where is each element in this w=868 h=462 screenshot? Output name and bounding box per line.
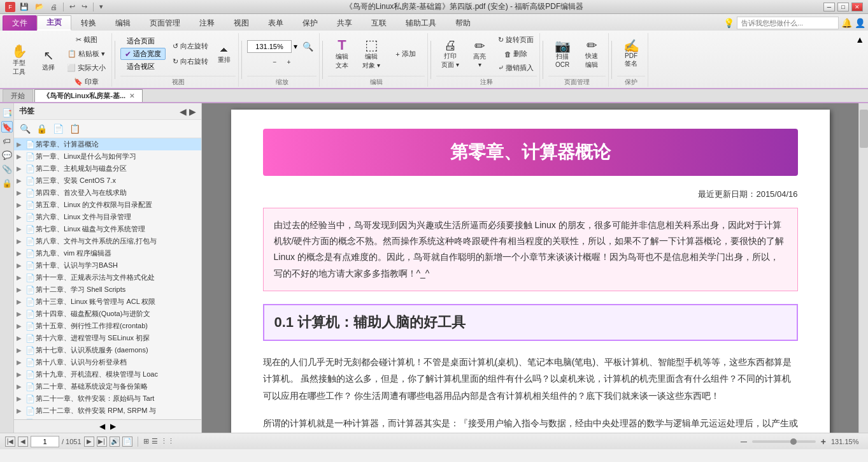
- sidebar-scroll-right-btn[interactable]: ▶: [110, 422, 116, 431]
- undo-btn[interactable]: ↩: [68, 2, 77, 11]
- user-icon[interactable]: 👤: [855, 18, 865, 28]
- grid-icon[interactable]: ⊞: [143, 437, 149, 445]
- page-input[interactable]: [31, 436, 59, 447]
- bookmark-item-14[interactable]: ▶ 📄 第十四章、磁盘配额(Quota)与进阶文: [14, 308, 201, 320]
- zoom-in-btn[interactable]: +: [283, 56, 295, 69]
- next-page-btn[interactable]: ▶: [84, 437, 94, 447]
- bookmark-item-18[interactable]: ▶ 📄 第十八章、认识与分析登录档: [14, 356, 201, 368]
- bookmark-item-3[interactable]: ▶ 📄 第三章、安装 CentOS 7.x: [14, 175, 201, 187]
- print-btn[interactable]: 🖨 打印 页面 ▾: [436, 34, 464, 75]
- tab-home[interactable]: 主页: [37, 15, 71, 31]
- pdf-area[interactable]: 第零章、计算器概论 最近更新日期：2015/04/16 由过去的经验当中，鸟哥发…: [202, 103, 858, 433]
- highlight-btn[interactable]: ✏ 高亮 ▾: [466, 34, 494, 75]
- close-tab-icon[interactable]: ✕: [129, 92, 134, 99]
- fit-viewport-btn[interactable]: 适合视区: [120, 61, 166, 73]
- tab-protect[interactable]: 保护: [293, 15, 327, 31]
- notify-icon[interactable]: 🔔: [841, 18, 852, 28]
- add-text-btn[interactable]: + 添加: [387, 48, 425, 61]
- zoom-input[interactable]: [247, 40, 292, 53]
- pdf-sign-btn[interactable]: ✍ PDF 签名: [617, 34, 645, 75]
- list-icon[interactable]: ☰: [152, 437, 158, 445]
- tab-file[interactable]: 文件: [3, 15, 37, 31]
- maximize-btn[interactable]: □: [837, 3, 849, 11]
- delete-page-btn[interactable]: 🗑 删除: [495, 48, 537, 61]
- pages-panel-btn[interactable]: 📑: [1, 107, 13, 119]
- sidebar-page-btn[interactable]: 📄: [51, 122, 65, 136]
- actual-size-btn[interactable]: ⬜ 实际大小: [64, 61, 109, 74]
- audio-btn[interactable]: 🔊: [110, 437, 120, 447]
- paste-btn[interactable]: 📋 粘贴板 ▾: [64, 47, 109, 60]
- undo-insert-btn[interactable]: ⤶ 撤销插入: [495, 62, 537, 75]
- bookmark-item-16[interactable]: ▶ 📄 第十六章、进程管理与 SELinux 初探: [14, 332, 201, 344]
- tab-document[interactable]: 《鸟哥的Linux私房菜-基... ✕: [34, 89, 143, 102]
- fit-width-btn[interactable]: ✔ 适合宽度: [120, 48, 166, 60]
- tags-panel-btn[interactable]: 🏷: [1, 135, 13, 147]
- bookmark-item-15[interactable]: ▶ 📄 第十五章、例行性工作排程(crontab): [14, 320, 201, 332]
- tab-page-manage[interactable]: 页面管理: [140, 15, 190, 31]
- prev-page-btn[interactable]: ◀: [18, 437, 28, 447]
- tab-help[interactable]: 帮助: [446, 15, 480, 31]
- first-page-btn[interactable]: |◀: [5, 437, 15, 447]
- bookmark-item-11[interactable]: ▶ 📄 第十一章、正规表示法与文件格式化处: [14, 271, 201, 284]
- page-view-btn[interactable]: 📄: [122, 437, 132, 447]
- tab-tools[interactable]: 辅助工具: [396, 15, 446, 31]
- screenshot-btn[interactable]: ✂ 截图: [64, 33, 109, 46]
- bookmarks-panel-btn[interactable]: 🔖: [1, 121, 13, 133]
- tab-share[interactable]: 共享: [327, 15, 362, 31]
- columns-icon[interactable]: ⋮⋮: [160, 437, 174, 445]
- sidebar-copy-btn[interactable]: 📋: [68, 122, 82, 136]
- quick-edit-btn[interactable]: ✏ 快速 编辑: [578, 34, 606, 75]
- zoom-slider[interactable]: [752, 440, 816, 443]
- hand-tool-btn[interactable]: ✋ 手型 工具: [5, 40, 33, 81]
- fit-page-btn[interactable]: 适合页面: [120, 35, 166, 47]
- customize-qt[interactable]: ▾: [97, 2, 105, 11]
- bookmark-item-12[interactable]: ▶ 📄 第十二章、学习 Shell Scripts: [14, 284, 201, 296]
- tab-convert[interactable]: 转换: [71, 15, 106, 31]
- zoom-plus-btn[interactable]: +: [821, 437, 826, 447]
- sidebar-next-btn[interactable]: ▶: [189, 106, 196, 117]
- tab-connect[interactable]: 互联: [362, 15, 396, 31]
- bookmark-item-21[interactable]: ▶ 📄 第二十一章、软件安装：原始码与 Tart: [14, 393, 201, 405]
- rotate-left-btn[interactable]: ↺ 向左旋转: [169, 40, 211, 53]
- bookmark-item-4[interactable]: ▶ 📄 第四章、首次登入与在线求助: [14, 187, 201, 199]
- scan-ocr-btn[interactable]: 📷 扫描 OCR: [548, 34, 576, 75]
- bookmark-item-5[interactable]: ▶ 📄 第五章、Linux 的文件权限与目录配置: [14, 199, 201, 211]
- tab-start[interactable]: 开始: [3, 89, 33, 102]
- rotate-right-btn[interactable]: ↻ 向右旋转: [169, 55, 211, 68]
- vertical-scrollbar[interactable]: [858, 103, 868, 433]
- bookmark-item-9[interactable]: ▶ 📄 第九章、vim 程序编辑器: [14, 247, 201, 259]
- tab-comment[interactable]: 注释: [190, 15, 224, 31]
- edit-object-btn[interactable]: ⬚ 编辑 对象 ▾: [357, 34, 385, 75]
- select-tool-btn[interactable]: ↖ 选择: [34, 40, 62, 81]
- reflow-btn[interactable]: ⏶ 重排: [213, 42, 236, 66]
- bookmark-item-6[interactable]: ▶ 📄 第六章、Linux 文件与目录管理: [14, 211, 201, 223]
- bookmark-item-8[interactable]: ▶ 📄 第八章、文件与文件系统的压缩,打包与: [14, 235, 201, 247]
- zoom-dropdown-icon[interactable]: ▾: [294, 42, 297, 51]
- search-input[interactable]: [737, 17, 839, 29]
- zoom-slider-thumb[interactable]: [790, 438, 797, 445]
- zoom-out-btn[interactable]: −: [269, 56, 281, 69]
- bookmark-item-7[interactable]: ▶ 📄 第七章、Linux 磁盘与文件系统管理: [14, 223, 201, 235]
- sidebar-search-btn[interactable]: 🔍: [18, 122, 32, 136]
- zoom-minus-btn[interactable]: ─: [741, 437, 747, 447]
- edit-text-btn[interactable]: T 编辑 文本: [328, 34, 356, 75]
- rotate-page-btn[interactable]: ↻ 旋转页面: [495, 34, 537, 47]
- bookmark-item-0[interactable]: ▶ 📄 第零章、计算器概论: [14, 138, 201, 150]
- sidebar-lock-btn[interactable]: 🔒: [34, 122, 48, 136]
- bookmark-item-20[interactable]: ▶ 📄 第二十章、基础系统设定与备份策略: [14, 380, 201, 393]
- close-btn[interactable]: ✕: [851, 3, 863, 11]
- comments-panel-btn[interactable]: 💬: [1, 149, 13, 161]
- bookmark-item-19[interactable]: ▶ 📄 第十九章、开机流程、模块管理与 Loac: [14, 368, 201, 380]
- scroll-thumb[interactable]: [860, 110, 868, 148]
- bookmark-item-22[interactable]: ▶ 📄 第二十二章、软件安装 RPM, SRPM 与: [14, 405, 201, 417]
- attachments-panel-btn[interactable]: 📎: [1, 163, 13, 175]
- stamp-btn[interactable]: 🔖 印章: [64, 75, 109, 88]
- tab-edit[interactable]: 编辑: [106, 15, 140, 31]
- quick-open[interactable]: 📂: [33, 2, 46, 11]
- zoom-magnify-btn[interactable]: 🔍: [299, 40, 317, 54]
- bookmark-item-17[interactable]: ▶ 📄 第十七章、认识系统服务 (daemons): [14, 344, 201, 356]
- bookmark-item-13[interactable]: ▶ 📄 第十三章、Linux 账号管理与 ACL 权限: [14, 296, 201, 308]
- ribbon-collapse-btn[interactable]: ▲: [854, 33, 865, 46]
- sidebar-prev-btn[interactable]: ◀: [180, 106, 187, 117]
- sidebar-scroll-left-btn[interactable]: ◀: [99, 422, 105, 431]
